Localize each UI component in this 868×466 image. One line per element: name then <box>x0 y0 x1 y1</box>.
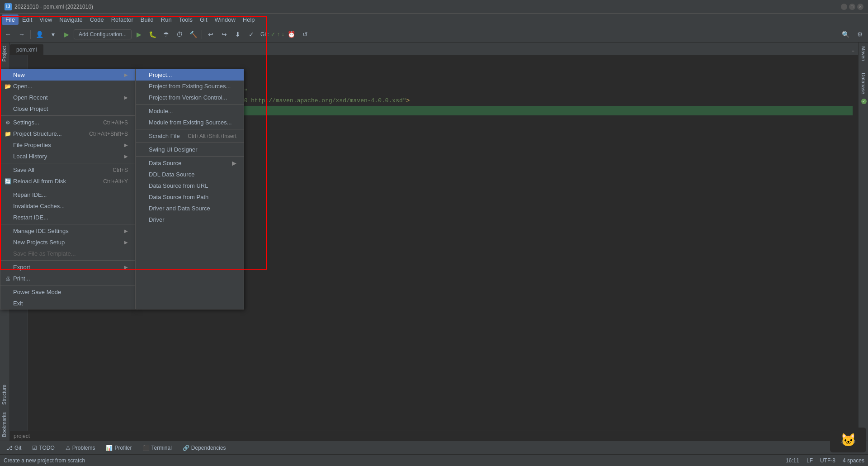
reload-all-item[interactable]: 🔄 Reload All from Disk Ctrl+Alt+Y <box>0 176 135 187</box>
invalidate-caches-item[interactable]: Invalidate Caches... <box>0 200 135 212</box>
git-commit-button[interactable]: ✓ <box>245 28 258 41</box>
play-button[interactable]: ▶ <box>132 28 145 41</box>
reload-icon: 🔄 <box>4 178 11 185</box>
menu-sep <box>0 115 135 116</box>
menu-sep5 <box>0 260 135 261</box>
minimize-button[interactable]: ─ <box>841 4 847 10</box>
menu-view[interactable]: View <box>36 14 56 25</box>
driver-item[interactable]: Driver <box>136 214 244 225</box>
back-button[interactable]: ← <box>2 28 14 41</box>
app-icon: IJ <box>5 3 12 10</box>
line-separator[interactable]: LF <box>807 457 813 464</box>
git-tab[interactable]: ⎇ Git <box>2 443 26 453</box>
menu-window[interactable]: Window <box>211 14 239 25</box>
git-pull-icon: ↓ <box>282 31 284 38</box>
database-panel-tab[interactable]: Database <box>859 69 868 98</box>
profile-button[interactable]: ⏱ <box>173 28 186 41</box>
redo-button[interactable]: ↪ <box>218 28 231 41</box>
menu-refactor[interactable]: Refactor <box>108 14 137 25</box>
menu-run[interactable]: Run <box>157 14 175 25</box>
undo-button[interactable]: ↩ <box>204 28 217 41</box>
maven-panel-tab[interactable]: Maven <box>859 43 868 65</box>
run-config-dropdown[interactable]: 👤 <box>33 28 46 41</box>
run-config-arrow[interactable]: ▾ <box>47 28 59 41</box>
debug-run-icon[interactable]: ▶ <box>60 28 73 41</box>
tab-pom-xml[interactable]: pom.xml <box>10 44 43 55</box>
project-tab[interactable]: Project <box>0 43 9 65</box>
new-module-item[interactable]: Module... <box>136 105 244 117</box>
structure-tab[interactable]: Structure <box>0 381 9 409</box>
git-update-button[interactable]: ⬇ <box>231 28 244 41</box>
save-all-item[interactable]: Save All Ctrl+S <box>0 164 135 176</box>
manage-ide-settings-item[interactable]: Manage IDE Settings ▶ <box>0 225 135 237</box>
menu-build[interactable]: Build <box>137 14 157 25</box>
menu-help[interactable]: Help <box>239 14 259 25</box>
menu-sep2 <box>0 163 135 163</box>
maximize-button[interactable]: □ <box>849 4 855 10</box>
dependencies-tab-label: Dependencies <box>191 445 226 451</box>
terminal-tab[interactable]: ⬛ Terminal <box>138 443 176 453</box>
new-submenu: Project... Project from Existing Sources… <box>136 69 244 309</box>
status-bar: Create a new project from scratch 16:11 … <box>0 454 868 466</box>
driver-and-data-source-item[interactable]: Driver and Data Source <box>136 203 244 214</box>
close-button[interactable]: ✕ <box>857 4 863 10</box>
forward-button[interactable]: → <box>15 28 28 41</box>
dependencies-tab[interactable]: 🔗 Dependencies <box>178 443 231 453</box>
file-project-structure-item[interactable]: 📁 Project Structure... Ctrl+Alt+Shift+S <box>0 128 135 139</box>
restart-ide-item[interactable]: Restart IDE... <box>0 212 135 223</box>
profiler-tab[interactable]: 📊 Profiler <box>101 443 136 453</box>
debug-button[interactable]: 🐛 <box>146 28 159 41</box>
file-open-item[interactable]: 📂 Open... <box>0 81 135 92</box>
search-button[interactable]: 🔍 <box>839 28 852 41</box>
encoding[interactable]: UTF-8 <box>820 457 835 464</box>
power-save-mode-item[interactable]: Power Save Mode <box>0 286 135 298</box>
file-properties-item[interactable]: File Properties ▶ <box>0 139 135 151</box>
bookmarks-tab[interactable]: Bookmarks <box>0 409 9 441</box>
build-icon[interactable]: 🔨 <box>187 28 199 41</box>
new-projects-setup-item[interactable]: New Projects Setup ▶ <box>0 237 135 248</box>
data-source-from-path-item[interactable]: Data Source from Path <box>136 191 244 203</box>
ddl-data-source-item[interactable]: DDL Data Source <box>136 169 244 180</box>
menu-code[interactable]: Code <box>86 14 108 25</box>
local-history-item[interactable]: Local History ▶ <box>0 151 135 162</box>
exit-item[interactable]: Exit <box>0 298 135 309</box>
revert-button[interactable]: ↺ <box>299 28 311 41</box>
new-project-from-sources-item[interactable]: Project from Existing Sources... <box>136 81 244 92</box>
data-source-from-url-item[interactable]: Data Source from URL <box>136 180 244 191</box>
toolbar-separator <box>30 30 31 39</box>
add-configuration-button[interactable]: Add Configuration... <box>74 29 132 39</box>
file-settings-item[interactable]: ⚙ Settings... Ctrl+Alt+S <box>0 117 135 128</box>
export-item[interactable]: Export ▶ <box>0 262 135 273</box>
toolbar-sep2 <box>202 30 202 39</box>
file-close-project-item[interactable]: Close Project <box>0 103 135 114</box>
data-source-arrow-icon: ▶ <box>232 160 236 166</box>
repair-ide-item[interactable]: Repair IDE... <box>0 189 135 200</box>
menu-git[interactable]: Git <box>196 14 211 25</box>
file-new-item[interactable]: New ▶ <box>0 69 135 81</box>
todo-tab[interactable]: ☑ TODO <box>28 443 59 453</box>
file-open-recent-item[interactable]: Open Recent ▶ <box>0 92 135 103</box>
new-project-from-vcs-item[interactable]: Project from Version Control... <box>136 92 244 103</box>
menu-navigate[interactable]: Navigate <box>56 14 86 25</box>
export-arrow: ▶ <box>124 265 128 270</box>
menu-edit[interactable]: Edit <box>19 14 36 25</box>
cursor-position[interactable]: 16:11 <box>786 457 799 464</box>
code-line <box>33 59 853 68</box>
problems-tab-label: Problems <box>72 445 95 451</box>
menu-file[interactable]: File <box>2 14 19 25</box>
file-properties-arrow: ▶ <box>124 143 128 147</box>
print-item[interactable]: 🖨 Print... <box>0 273 135 284</box>
validation-icon: ✓ <box>861 99 867 104</box>
git-check-icon: ✓ <box>271 31 275 38</box>
problems-tab[interactable]: ⚠ Problems <box>61 443 100 453</box>
scratch-file-item[interactable]: Scratch File Ctrl+Alt+Shift+Insert <box>136 130 244 142</box>
swing-ui-designer-item[interactable]: Swing UI Designer <box>136 144 244 155</box>
data-source-item[interactable]: Data Source ▶ <box>136 157 244 169</box>
settings-button[interactable]: ⚙ <box>854 28 866 41</box>
coverage-button[interactable]: ☂ <box>160 28 172 41</box>
menu-tools[interactable]: Tools <box>175 14 196 25</box>
new-project-item[interactable]: Project... <box>136 69 244 81</box>
new-module-from-sources-item[interactable]: Module from Existing Sources... <box>136 117 244 128</box>
history-button[interactable]: ⏰ <box>285 28 298 41</box>
breadcrumb: project <box>14 433 30 439</box>
